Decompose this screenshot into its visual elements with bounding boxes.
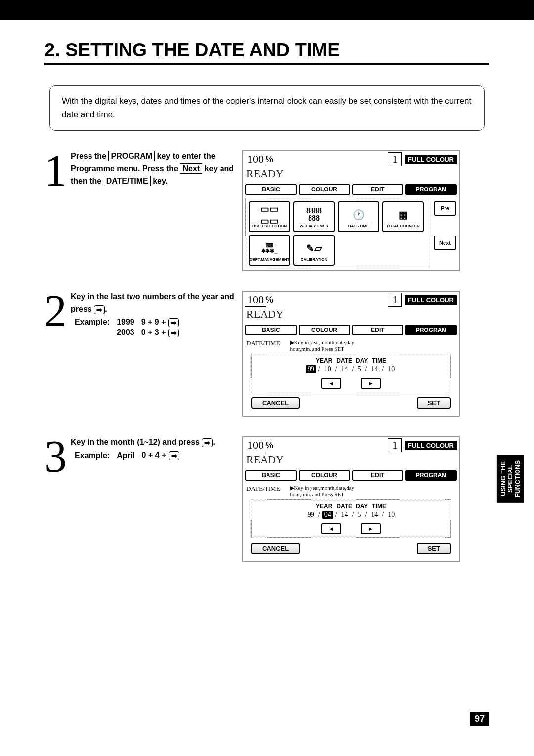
next-key: Next bbox=[180, 163, 202, 174]
datetime-panel-label: DATE/TIME bbox=[246, 485, 280, 497]
step-2-number: 2 bbox=[44, 291, 67, 331]
user-selection-button[interactable]: ▭▭▭▭USER SELECTION bbox=[249, 201, 290, 232]
tab-edit[interactable]: EDIT bbox=[352, 184, 403, 195]
step-1-text: Press the PROGRAM key to enter the Progr… bbox=[44, 150, 237, 187]
year-field-active[interactable]: 99 bbox=[306, 365, 316, 373]
hint-line-1: ▶Key in year,month,date,day bbox=[290, 339, 354, 346]
page-number: 97 bbox=[470, 712, 490, 726]
percent-sign: % bbox=[266, 154, 273, 165]
cancel-button[interactable]: CANCEL bbox=[251, 543, 300, 554]
zoom-percent: 100 bbox=[245, 293, 266, 307]
percent-sign: % bbox=[266, 440, 273, 451]
dept-management-button[interactable]: ⌨✱✱✱_DEPT.MANAGEMENT bbox=[249, 235, 290, 266]
arrow-right-icon: ➡ bbox=[168, 318, 179, 327]
header-bar bbox=[0, 0, 534, 20]
colour-mode-badge: FULL COLOUR bbox=[405, 441, 457, 450]
ready-status: READY bbox=[243, 453, 459, 468]
tab-basic[interactable]: BASIC bbox=[245, 325, 297, 335]
percent-sign: % bbox=[266, 295, 273, 305]
datetime-key: DATE/TIME bbox=[104, 176, 151, 186]
arrow-right-icon: ➡ bbox=[168, 329, 179, 337]
hint-line-2: hour,min. and Press SET bbox=[290, 346, 354, 352]
step-1-row: 1 Press the PROGRAM key to enter the Pro… bbox=[44, 150, 490, 271]
copy-count: 1 bbox=[388, 438, 402, 452]
step-2-example: Example:19999 + 9 + ➡ 20030 + 3 + ➡ bbox=[71, 317, 183, 338]
set-button[interactable]: SET bbox=[417, 397, 451, 409]
program-key: PROGRAM bbox=[108, 151, 155, 161]
date-fields: YEARDATEDAYTIME 99/ 10/ 14/ 5/ 14/ 10 ◄ … bbox=[251, 354, 451, 392]
arrow-left-button[interactable]: ◄ bbox=[321, 523, 341, 534]
digits-icon: 8888888 bbox=[306, 206, 322, 224]
tab-colour[interactable]: COLOUR bbox=[299, 470, 350, 481]
clock-icon: 🕐 bbox=[353, 206, 365, 224]
calibration-button[interactable]: ✎▱CALIBRATION bbox=[293, 235, 335, 266]
next-button[interactable]: Next bbox=[434, 236, 456, 250]
colour-mode-badge: FULL COLOUR bbox=[405, 155, 457, 164]
tab-basic[interactable]: BASIC bbox=[245, 184, 297, 195]
arrow-right-button[interactable]: ► bbox=[361, 523, 381, 534]
tab-program[interactable]: PROGRAM bbox=[405, 325, 457, 335]
month-field-active[interactable]: 04 bbox=[322, 511, 333, 519]
arrow-right-icon: ➡ bbox=[202, 438, 213, 447]
arrow-right-icon: ➡ bbox=[94, 305, 105, 314]
step-2-row: 2 Key in the last two numbers of the yea… bbox=[44, 291, 490, 417]
program-grid: ▭▭▭▭USER SELECTION 8888888WEEKLYTIMER 🕐D… bbox=[245, 198, 429, 269]
copy-count: 1 bbox=[388, 293, 402, 307]
screen-2: 100 % 1 FULL COLOUR READY BASIC COLOUR E… bbox=[242, 291, 460, 417]
date-time-button[interactable]: 🕐DATE/TIME bbox=[338, 201, 379, 232]
screen-1: 100 % 1 FULL COLOUR READY BASIC COLOUR E… bbox=[242, 150, 460, 271]
tab-basic[interactable]: BASIC bbox=[245, 470, 297, 481]
title-underline bbox=[44, 63, 490, 65]
date-values: 99/ 04/ 14/ 5/ 14/ 10 bbox=[255, 511, 447, 519]
hint-line-2: hour,min. and Press SET bbox=[290, 491, 354, 497]
tab-program[interactable]: PROGRAM bbox=[405, 470, 457, 481]
screen-3: 100 % 1 FULL COLOUR READY BASIC COLOUR E… bbox=[242, 436, 460, 562]
step-3-row: 3 Key in the month (1~12) and press ➡. E… bbox=[44, 436, 490, 562]
colour-mode-badge: FULL COLOUR bbox=[405, 295, 457, 305]
ready-status: READY bbox=[243, 167, 459, 182]
zoom-percent: 100 bbox=[245, 439, 266, 452]
date-fields: YEARDATEDAYTIME 99/ 04/ 14/ 5/ 14/ 10 ◄ … bbox=[251, 499, 451, 538]
cancel-button[interactable]: CANCEL bbox=[251, 397, 300, 409]
weekly-timer-button[interactable]: 8888888WEEKLYTIMER bbox=[293, 201, 335, 232]
tab-colour[interactable]: COLOUR bbox=[299, 184, 350, 195]
step-2-text: Key in the last two numbers of the year … bbox=[44, 291, 237, 316]
set-button[interactable]: SET bbox=[417, 543, 451, 554]
paper-trays-icon: ▭▭▭▭ bbox=[260, 206, 279, 224]
calibration-icon: ✎▱ bbox=[306, 239, 322, 257]
step-3-number: 3 bbox=[44, 436, 67, 476]
zoom-percent: 100 bbox=[245, 153, 266, 166]
tab-row: BASIC COLOUR EDIT PROGRAM bbox=[243, 323, 459, 337]
pre-button[interactable]: Pre bbox=[434, 201, 456, 216]
tab-edit[interactable]: EDIT bbox=[352, 325, 403, 335]
intro-box: With the digital keys, dates and times o… bbox=[49, 85, 485, 131]
tab-row: BASIC COLOUR EDIT PROGRAM bbox=[243, 182, 459, 197]
arrow-left-button[interactable]: ◄ bbox=[321, 378, 341, 389]
section-title: 2. SETTING THE DATE AND TIME bbox=[44, 40, 490, 61]
step-3-example: Example:April0 + 4 + ➡ bbox=[71, 450, 183, 461]
arrow-right-button[interactable]: ► bbox=[361, 378, 381, 389]
step-3-text: Key in the month (1~12) and press ➡. bbox=[44, 436, 237, 449]
tab-edit[interactable]: EDIT bbox=[352, 470, 403, 481]
counter-icon: ▦ bbox=[399, 206, 408, 224]
tab-colour[interactable]: COLOUR bbox=[299, 325, 350, 335]
tab-row: BASIC COLOUR EDIT PROGRAM bbox=[243, 468, 459, 483]
side-tab: USING THESPECIALFUNCTIONS bbox=[497, 455, 524, 503]
ready-status: READY bbox=[243, 308, 459, 323]
keyboard-icon: ⌨✱✱✱_ bbox=[261, 239, 277, 257]
total-counter-button[interactable]: ▦TOTAL COUNTER bbox=[382, 201, 424, 232]
copy-count: 1 bbox=[388, 152, 402, 166]
step-1-number: 1 bbox=[44, 150, 67, 190]
tab-program[interactable]: PROGRAM bbox=[405, 184, 457, 195]
hint-line-1: ▶Key in year,month,date,day bbox=[290, 485, 354, 491]
arrow-right-icon: ➡ bbox=[169, 451, 179, 460]
date-values: 99/ 10/ 14/ 5/ 14/ 10 bbox=[255, 365, 447, 373]
datetime-panel-label: DATE/TIME bbox=[246, 339, 280, 352]
